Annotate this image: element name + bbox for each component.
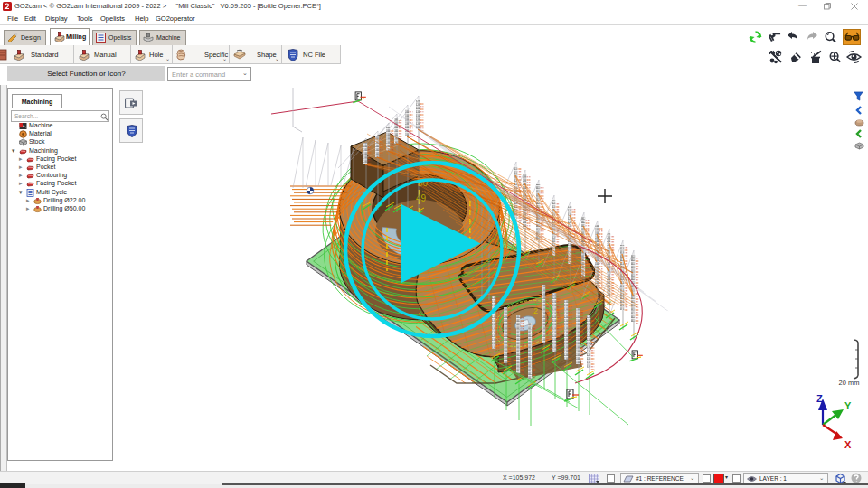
svg-text:Z: Z xyxy=(816,393,823,404)
svg-text:49: 49 xyxy=(416,193,427,203)
svg-text:2: 2 xyxy=(533,306,538,315)
svg-text:X: X xyxy=(844,439,852,450)
svg-text:20 mm: 20 mm xyxy=(839,379,860,387)
svg-text:Y: Y xyxy=(844,400,852,411)
